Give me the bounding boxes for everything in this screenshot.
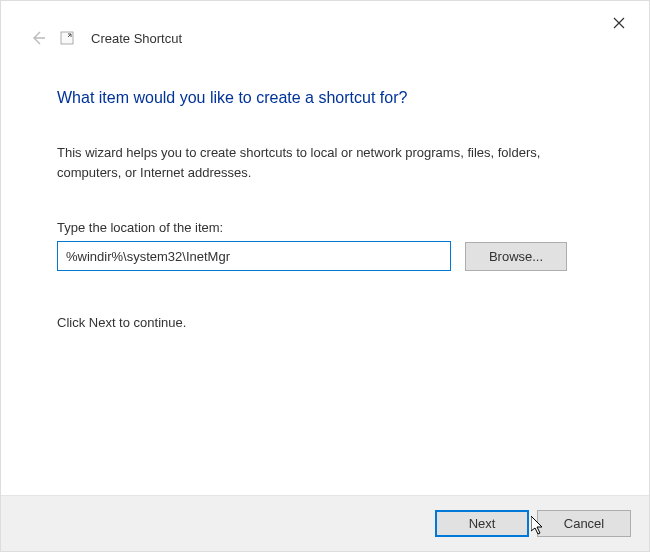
dialog-header: Create Shortcut [1,1,649,47]
svg-rect-0 [61,32,73,44]
location-input[interactable] [57,241,451,271]
create-shortcut-dialog: Create Shortcut What item would you like… [0,0,650,552]
wizard-title: Create Shortcut [91,31,182,46]
close-icon [613,17,625,29]
close-button[interactable] [611,15,627,31]
wizard-description: This wizard helps you to create shortcut… [57,143,593,182]
back-button[interactable] [29,29,47,47]
cancel-button[interactable]: Cancel [537,510,631,537]
shortcut-icon [59,30,75,46]
input-row: Browse... [57,241,593,271]
next-button[interactable]: Next [435,510,529,537]
location-label: Type the location of the item: [57,220,593,235]
dialog-footer: Next Cancel [1,495,649,551]
back-arrow-icon [30,30,46,46]
continue-text: Click Next to continue. [57,315,593,330]
dialog-content: What item would you like to create a sho… [1,47,649,330]
main-heading: What item would you like to create a sho… [57,89,593,107]
browse-button[interactable]: Browse... [465,242,567,271]
